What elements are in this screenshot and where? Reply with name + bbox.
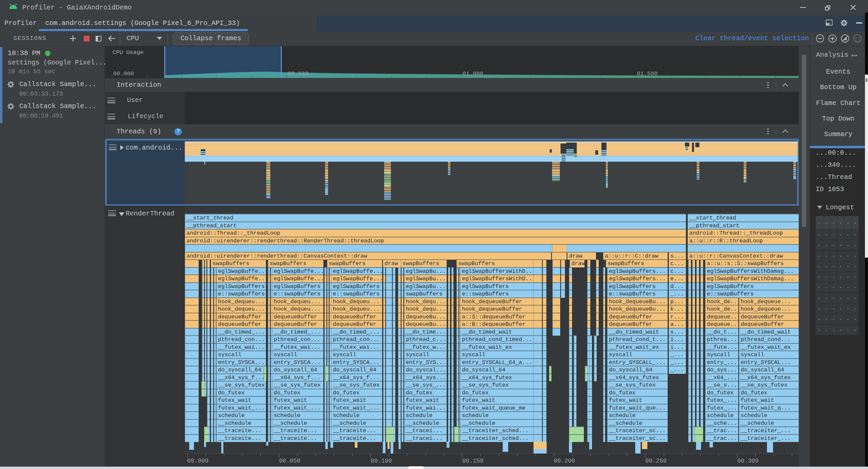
svg-text:[]: []: [855, 36, 860, 42]
